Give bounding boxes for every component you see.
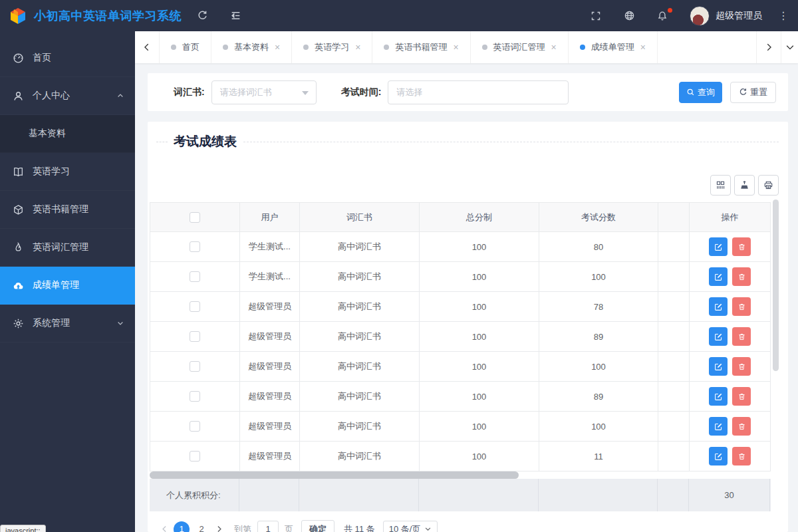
user-avatar[interactable]	[690, 6, 710, 26]
tabs-scroll-left-button[interactable]	[135, 31, 160, 63]
cell-total: 100	[420, 262, 539, 291]
cell-book: 高中词汇书	[300, 412, 420, 441]
cell-user: 学生测试...	[240, 262, 300, 291]
cell-total: 100	[420, 232, 539, 261]
row-checkbox[interactable]	[190, 391, 200, 402]
cell-score: 89	[539, 382, 658, 411]
edit-button[interactable]	[709, 267, 728, 286]
cell-total: 100	[420, 292, 539, 321]
delete-button[interactable]	[732, 447, 751, 466]
edit-button[interactable]	[709, 327, 728, 346]
sidebar-item-personal-center[interactable]: 个人中心	[0, 77, 135, 115]
select-all-checkbox[interactable]	[190, 212, 200, 223]
reset-refresh-icon	[739, 88, 747, 96]
sidebar-item-label: 个人中心	[33, 90, 116, 102]
prev-page-button[interactable]	[157, 521, 172, 532]
more-menu-icon[interactable]: ⋮	[778, 9, 789, 22]
tab-close-icon[interactable]: ×	[640, 43, 646, 52]
page-1-button[interactable]: 1	[174, 521, 190, 532]
tab-basic-profile[interactable]: 基本资料 ×	[211, 31, 292, 63]
reset-button[interactable]: 重置	[730, 82, 776, 103]
top-header: 小初高中英语单词学习系统	[0, 0, 798, 31]
refresh-icon[interactable]	[196, 10, 208, 22]
confirm-page-button[interactable]: 确定	[301, 520, 334, 532]
cell-score: 80	[539, 232, 658, 261]
tab-book-management[interactable]: 英语书籍管理 ×	[372, 31, 470, 63]
notification-bell-icon[interactable]	[656, 10, 668, 22]
col-score: 考试分数	[539, 203, 658, 231]
columns-display-button[interactable]	[710, 175, 731, 196]
tab-close-icon[interactable]: ×	[275, 43, 280, 52]
sidebar-item-english-study[interactable]: 英语学习	[0, 153, 135, 191]
language-globe-icon[interactable]	[623, 10, 635, 22]
title-line	[243, 142, 779, 142]
score-table: 用户 词汇书 总分制 考试分数 操作 学生测试... 高中词汇书 100 80	[150, 202, 771, 471]
delete-button[interactable]	[732, 297, 751, 316]
goto-page-input[interactable]	[257, 521, 279, 532]
vocab-book-select[interactable]: 请选择词汇书	[211, 80, 317, 104]
edit-button[interactable]	[709, 417, 728, 436]
sidebar-item-label: 英语词汇管理	[33, 241, 124, 253]
tabs-menu-button[interactable]	[781, 31, 798, 63]
table-toolbar	[148, 175, 779, 196]
page-2-button[interactable]: 2	[194, 521, 209, 532]
delete-button[interactable]	[732, 387, 751, 406]
page-size-select[interactable]: 10 条/页	[383, 521, 438, 532]
cell-book: 高中词汇书	[300, 262, 420, 291]
delete-button[interactable]	[732, 267, 751, 286]
edit-button[interactable]	[709, 387, 728, 406]
goto-page-label: 到第	[234, 523, 251, 532]
edit-button[interactable]	[709, 357, 728, 376]
app-window: 小初高中英语单词学习系统	[0, 0, 798, 532]
cell-user: 超级管理员	[240, 322, 300, 351]
dashboard-icon	[13, 53, 24, 64]
exam-time-input[interactable]	[388, 80, 569, 104]
fullscreen-icon[interactable]	[590, 10, 602, 22]
delete-button[interactable]	[732, 357, 751, 376]
next-page-button[interactable]	[211, 521, 226, 532]
tab-close-icon[interactable]: ×	[453, 43, 458, 52]
row-checkbox[interactable]	[190, 331, 200, 342]
tab-home[interactable]: 首页	[160, 31, 211, 63]
user-icon	[13, 90, 24, 102]
col-actions: 操作	[690, 203, 771, 231]
table-row: 超级管理员 高中词汇书 100 100	[150, 352, 771, 382]
row-checkbox[interactable]	[190, 241, 200, 252]
edit-button[interactable]	[709, 237, 728, 256]
delete-button[interactable]	[732, 237, 751, 256]
pagination: 1 2 到第 页 确定 共 11 条 10 条/页	[157, 520, 788, 532]
sidebar-item-system-management[interactable]: 系统管理	[0, 305, 135, 342]
sidebar-item-book-management[interactable]: 英语书籍管理	[0, 191, 135, 229]
sidebar-item-basic-profile[interactable]: 基本资料	[0, 115, 135, 153]
tab-close-icon[interactable]: ×	[355, 43, 360, 52]
tab-english-study[interactable]: 英语学习 ×	[292, 31, 372, 63]
edit-button[interactable]	[709, 447, 728, 466]
tab-close-icon[interactable]: ×	[551, 43, 557, 52]
summary-label: 个人累积积分:	[150, 479, 239, 511]
print-button[interactable]	[758, 175, 779, 196]
row-checkbox[interactable]	[190, 271, 200, 282]
row-checkbox[interactable]	[190, 421, 200, 432]
delete-button[interactable]	[732, 327, 751, 346]
tab-score-management[interactable]: 成绩单管理 ×	[569, 31, 658, 63]
table-row: 超级管理员 高中词汇书 100 100	[150, 412, 771, 442]
menu-fold-icon[interactable]	[229, 10, 241, 22]
search-button[interactable]: 查询	[679, 82, 722, 103]
tab-vocab-management[interactable]: 英语词汇管理 ×	[471, 31, 569, 63]
username[interactable]: 超级管理员	[716, 10, 762, 22]
horizontal-scrollbar-thumb[interactable]	[150, 471, 519, 479]
sidebar-item-home[interactable]: 首页	[0, 39, 135, 77]
sidebar-item-label: 英语书籍管理	[33, 203, 124, 215]
row-checkbox[interactable]	[190, 301, 200, 312]
row-checkbox[interactable]	[190, 361, 200, 372]
edit-button[interactable]	[709, 297, 728, 316]
sidebar-item-score-management[interactable]: 成绩单管理	[0, 267, 135, 305]
vertical-scrollbar-thumb[interactable]	[773, 200, 779, 371]
horizontal-scrollbar	[150, 471, 771, 479]
tabs-scroll-right-button[interactable]	[756, 31, 781, 63]
exam-time-label: 考试时间:	[341, 86, 382, 98]
sidebar-item-vocab-management[interactable]: 英语词汇管理	[0, 229, 135, 267]
delete-button[interactable]	[732, 417, 751, 436]
export-button[interactable]	[734, 175, 755, 196]
row-checkbox[interactable]	[190, 451, 200, 462]
